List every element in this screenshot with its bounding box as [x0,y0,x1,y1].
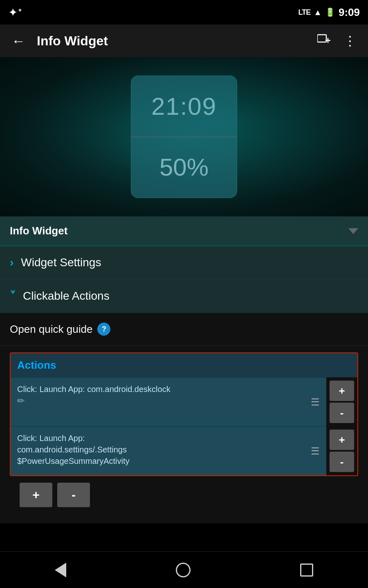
quick-guide-text: Open quick guide [10,323,92,336]
action-2-content: Click: Launch App: com.android.settings/… [17,432,306,467]
app-bar: ← Info Widget ⋮ [0,24,368,57]
help-button[interactable]: ? [97,323,110,336]
chevron-right-icon: › [10,256,13,269]
widget-card: 21:09 50% [131,76,237,198]
info-widget-section-header[interactable]: Info Widget [0,216,368,246]
widget-time-display: 21:09 [131,76,237,137]
back-nav-icon [55,563,66,577]
action-1-side-buttons: + - [326,377,357,426]
bottom-buttons: + - [10,476,358,514]
widget-settings-label: Widget Settings [21,256,101,269]
chevron-down-icon: ˅ [10,289,16,303]
actions-header: Actions [11,353,357,377]
action-2-side-buttons: + - [326,426,357,475]
info-widget-section-title: Info Widget [10,225,67,237]
back-button[interactable]: ← [8,30,29,52]
section-collapse-icon [348,228,358,234]
lte-badge: LTE [298,8,310,17]
action-item-1[interactable]: Click: Launch App: com.android.deskclock… [11,377,326,426]
recent-nav-icon [300,564,313,577]
widget-battery-display: 50% [131,137,237,198]
actions-title: Actions [17,359,56,371]
quick-guide-section: Open quick guide ? [0,313,368,346]
action-2-text: Click: Launch App: com.android.settings/… [17,434,130,466]
page-title: Info Widget [37,33,306,49]
add-action-button[interactable]: + [20,483,52,507]
home-nav-icon [176,563,191,577]
action-2-add-button[interactable]: + [330,430,354,450]
remove-action-button[interactable]: - [57,483,90,507]
action-1-add-button[interactable]: + [330,381,354,401]
action-1-menu-icon[interactable]: ☰ [311,396,320,408]
actions-box: Actions Click: Launch App: com.android.d… [10,352,358,476]
status-time: 9:09 [339,6,360,19]
more-options-button[interactable]: ⋮ [340,30,360,52]
widget-preview: 21:09 50% [0,57,368,216]
signal-icon: ▲ [314,8,322,17]
svg-rect-0 [317,35,326,42]
magic-icon: ✦✶ [8,6,22,19]
quick-guide-row: Open quick guide ? [10,323,358,336]
add-widget-button[interactable] [314,31,334,51]
edit-icon[interactable]: ✏ [17,396,25,406]
status-bar-left: ✦✶ [8,6,22,19]
action-1-text: Click: Launch App: com.android.deskclock [17,385,171,394]
action-2-remove-button[interactable]: - [330,452,354,472]
nav-back-button[interactable] [45,558,76,582]
status-bar-right: LTE ▲ 🔋 9:09 [298,6,360,19]
app-bar-actions: ⋮ [314,30,360,52]
action-1-remove-button[interactable]: - [330,403,354,423]
nav-home-button[interactable] [166,558,200,582]
settings-panel: Info Widget › Widget Settings ˅ Clickabl… [0,216,368,313]
nav-recent-button[interactable] [290,559,323,581]
widget-settings-row[interactable]: › Widget Settings [0,246,368,279]
action-item-2-wrapper: Click: Launch App: com.android.settings/… [11,426,357,475]
action-2-menu-icon[interactable]: ☰ [311,445,320,457]
clickable-actions-row[interactable]: ˅ Clickable Actions [0,279,368,313]
clickable-actions-label: Clickable Actions [23,290,110,303]
action-1-content: Click: Launch App: com.android.deskclock… [17,383,306,406]
bottom-nav [0,551,368,588]
status-bar: ✦✶ LTE ▲ 🔋 9:09 [0,0,368,24]
actions-section: Actions Click: Launch App: com.android.d… [0,346,368,523]
battery-icon: 🔋 [325,7,335,17]
action-item-1-wrapper: Click: Launch App: com.android.deskclock… [11,377,357,426]
action-item-2[interactable]: Click: Launch App: com.android.settings/… [11,426,326,475]
